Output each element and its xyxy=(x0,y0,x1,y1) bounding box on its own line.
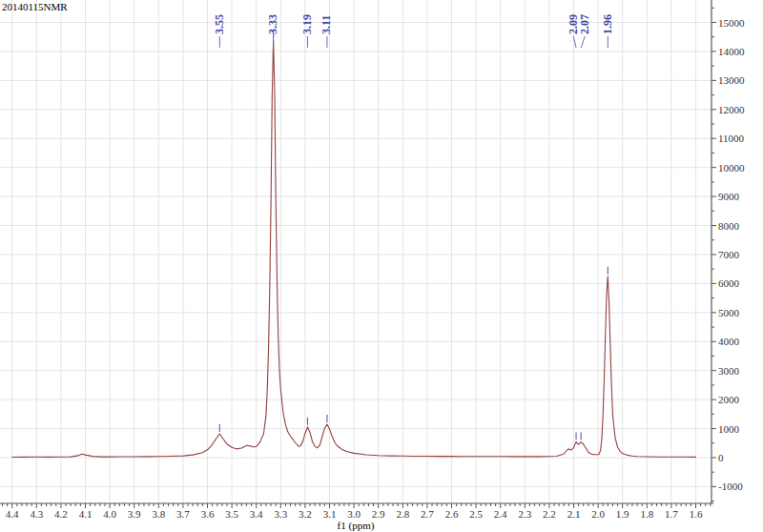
x-tick-label: 2.5 xyxy=(469,508,483,520)
x-tick-label: 4.2 xyxy=(54,508,68,520)
gridlines xyxy=(0,0,711,503)
x-tick-label: 3.0 xyxy=(347,508,361,520)
peak-label: 3.33 xyxy=(266,14,279,34)
x-tick-label: 2.6 xyxy=(445,508,459,520)
x-axis-label: f1 (ppm) xyxy=(338,520,375,532)
y-tick-label: 1000 xyxy=(718,423,740,435)
x-tick-label: 3.2 xyxy=(299,508,312,520)
x-tick-label: 4.3 xyxy=(30,508,43,520)
nmr-spectrum-window: 4.44.34.24.14.03.93.83.73.63.53.43.33.23… xyxy=(0,0,763,532)
y-tick-label: 5000 xyxy=(718,307,740,318)
y-tick-label: 7000 xyxy=(718,249,740,260)
y-tick-label: 4000 xyxy=(718,336,740,347)
x-tick-label: 4.0 xyxy=(103,508,116,520)
axis-tick-labels: 4.44.34.24.14.03.93.83.73.63.53.43.33.23… xyxy=(6,17,745,520)
y-tick-label: 0 xyxy=(718,452,724,463)
x-tick-label: 3.7 xyxy=(176,508,190,520)
peak-label: 1.96 xyxy=(601,14,614,34)
y-tick-label: 11000 xyxy=(718,133,745,144)
x-tick-label: 2.2 xyxy=(543,508,556,520)
y-tick-label: 13000 xyxy=(718,74,745,86)
peak-label: 3.55 xyxy=(213,14,226,34)
x-tick-label: 1.8 xyxy=(640,508,653,520)
x-tick-label: 4.1 xyxy=(79,508,93,520)
chart-title: 20140115NMR xyxy=(2,1,68,12)
x-tick-label: 2.4 xyxy=(494,508,507,520)
nmr-spectrum-chart: 4.44.34.24.14.03.93.83.73.63.53.43.33.23… xyxy=(0,0,763,532)
x-tick-label: 3.3 xyxy=(274,508,287,520)
x-tick-label: 1.6 xyxy=(690,508,703,520)
y-tick-label: 15000 xyxy=(718,17,745,29)
peak-label: 3.19 xyxy=(300,14,314,34)
x-tick-label: 3.5 xyxy=(225,508,238,520)
x-tick-label: 2.9 xyxy=(372,508,385,520)
y-tick-label: 14000 xyxy=(718,46,745,57)
y-tick-label: 3000 xyxy=(718,365,740,377)
x-tick-label: 2.0 xyxy=(591,508,605,520)
x-tick-label: 4.4 xyxy=(6,508,19,520)
x-tick-label: 2.8 xyxy=(396,508,409,520)
x-tick-label: 3.8 xyxy=(152,508,165,520)
x-tick-label: 2.7 xyxy=(421,508,434,520)
x-tick-label: 3.4 xyxy=(250,508,263,520)
x-tick-label: 1.9 xyxy=(616,508,629,520)
x-tick-label: 2.1 xyxy=(567,508,581,520)
y-tick-label: 12000 xyxy=(718,104,745,115)
y-tick-label: 10000 xyxy=(718,162,745,174)
x-tick-label: 3.6 xyxy=(201,508,215,520)
x-tick-label: 2.3 xyxy=(518,508,531,520)
axes xyxy=(0,0,713,503)
peak-label: 2.07 xyxy=(578,14,591,34)
peak-leader-line xyxy=(581,36,585,48)
y-tick-label: 6000 xyxy=(718,277,740,289)
x-tick-label: 3.1 xyxy=(323,508,337,520)
x-tick-label: 1.7 xyxy=(665,508,678,520)
y-tick-label: 2000 xyxy=(718,394,740,405)
y-tick-label: 8000 xyxy=(718,220,740,232)
x-tick-label: 3.9 xyxy=(128,508,141,520)
peak-label: 3.11 xyxy=(320,15,333,34)
y-tick-label: 9000 xyxy=(718,191,740,202)
y-tick-label: -1000 xyxy=(718,481,743,492)
